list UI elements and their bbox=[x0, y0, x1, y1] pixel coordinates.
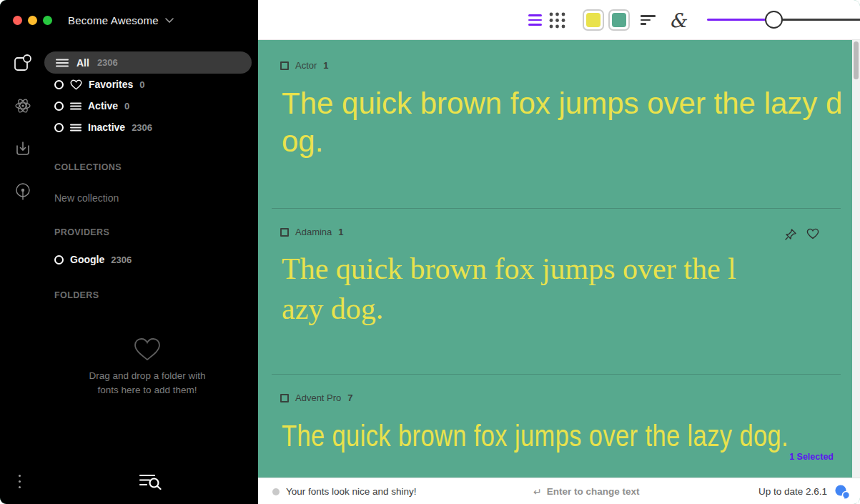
hint-label: Enter to change text bbox=[547, 486, 640, 497]
font-size-slider[interactable] bbox=[707, 19, 860, 21]
font-name[interactable]: Actor bbox=[295, 60, 317, 71]
pin-icon[interactable] bbox=[784, 228, 797, 241]
background-color-swatch[interactable] bbox=[608, 0, 630, 40]
window-controls bbox=[13, 16, 52, 25]
sidebar-item-all[interactable]: All 2306 bbox=[44, 51, 252, 74]
folders-header: FOLDERS bbox=[44, 290, 252, 300]
glyphs-button[interactable]: & bbox=[669, 0, 686, 40]
sidebar-item-count: 2306 bbox=[132, 122, 152, 133]
scrollbar[interactable] bbox=[852, 40, 860, 478]
heart-icon bbox=[133, 336, 162, 362]
heart-icon[interactable] bbox=[806, 228, 819, 239]
grid-icon bbox=[549, 12, 565, 29]
close-window-button[interactable] bbox=[13, 16, 22, 25]
text-color-yellow bbox=[586, 13, 600, 27]
radio-icon[interactable] bbox=[54, 80, 64, 89]
font-preview-adamina[interactable]: The quick brown fox jumps over the l azy… bbox=[282, 249, 736, 329]
status-message: Your fonts look nice and shiny! bbox=[286, 486, 417, 497]
font-preview-actor[interactable]: The quick brown fox jumps over the lazy … bbox=[282, 84, 842, 160]
radio-icon[interactable] bbox=[54, 123, 64, 132]
list-icon bbox=[70, 102, 81, 110]
card-hover-actions bbox=[784, 228, 819, 241]
enter-key-icon: ↵ bbox=[533, 486, 542, 498]
icon-rail bbox=[10, 51, 36, 223]
font-checkbox[interactable] bbox=[280, 228, 289, 237]
sidebar-item-label: Favorites bbox=[89, 79, 133, 90]
providers-header: PROVIDERS bbox=[44, 227, 252, 237]
atom-icon[interactable] bbox=[14, 94, 32, 117]
status-message-group: Your fonts look nice and shiny! bbox=[272, 478, 417, 504]
version-group: Up to date 2.6.1 bbox=[758, 478, 850, 504]
radio-icon[interactable] bbox=[54, 255, 64, 265]
collections-header: COLLECTIONS bbox=[44, 162, 252, 172]
dropzone-text: Drag and drop a folder with fonts here t… bbox=[44, 369, 250, 397]
radio-icon[interactable] bbox=[54, 102, 64, 111]
sidebar-item-count: 0 bbox=[124, 101, 129, 112]
chevron-down-icon bbox=[165, 18, 174, 23]
download-icon[interactable] bbox=[14, 137, 31, 160]
sidebar-item-favorites[interactable]: Favorites 0 bbox=[44, 74, 252, 95]
font-card-header: Advent Pro 7 bbox=[280, 392, 353, 403]
font-card-header: Adamina 1 bbox=[280, 227, 344, 237]
sidebar-item-label: Active bbox=[88, 100, 118, 112]
sidebar-item-active[interactable]: Active 0 bbox=[44, 95, 252, 117]
sidebar-item-label: Inactive bbox=[88, 122, 125, 133]
search-list-icon bbox=[139, 473, 162, 490]
workspace-title-label: Become Awesome bbox=[68, 14, 159, 26]
slider-filled-track bbox=[707, 19, 774, 21]
folder-dropzone[interactable]: Drag and drop a folder with fonts here t… bbox=[44, 336, 250, 397]
slider-track bbox=[774, 19, 860, 21]
sidebar-item-google[interactable]: Google 2306 bbox=[44, 249, 252, 270]
sidebar: Become Awesome bbox=[0, 0, 258, 504]
preview-toolbar: & 42px ↺ bbox=[258, 0, 860, 40]
font-style-count: 1 bbox=[338, 227, 343, 237]
text-align-button[interactable] bbox=[641, 0, 656, 40]
list-icon bbox=[70, 124, 81, 132]
heart-icon bbox=[70, 79, 82, 90]
font-style-count: 1 bbox=[323, 60, 328, 71]
ampersand-icon: & bbox=[669, 9, 686, 31]
sidebar-item-count: 0 bbox=[139, 79, 144, 90]
broadcast-icon[interactable] bbox=[14, 180, 32, 203]
search-fonts-button[interactable] bbox=[139, 473, 162, 490]
sidebar-item-count: 2306 bbox=[111, 255, 132, 265]
status-bar: Your fonts look nice and shiny! ↵ Enter … bbox=[258, 478, 860, 504]
font-preview-advent-pro[interactable]: The quick brown fox jumps over the lazy … bbox=[282, 417, 852, 455]
minimize-window-button[interactable] bbox=[28, 16, 37, 25]
font-card-header: Actor 1 bbox=[280, 60, 329, 71]
card-divider bbox=[272, 208, 841, 209]
font-style-count: 7 bbox=[347, 392, 352, 403]
font-list: Actor 1 The quick brown fox jumps over t… bbox=[258, 40, 852, 478]
list-view-button[interactable] bbox=[528, 0, 542, 40]
new-collection-button[interactable]: New collection bbox=[44, 192, 252, 204]
feedback-chat-icon[interactable] bbox=[834, 485, 850, 499]
sidebar-nav: All 2306 Favorites 0 Active 0 bbox=[44, 51, 252, 300]
slider-handle[interactable] bbox=[765, 11, 783, 29]
card-divider bbox=[272, 374, 841, 375]
update-status: Up to date 2.6.1 bbox=[758, 486, 827, 497]
library-icon[interactable] bbox=[13, 51, 33, 74]
sidebar-item-label: All bbox=[76, 57, 89, 69]
font-checkbox[interactable] bbox=[280, 61, 289, 70]
more-options-button[interactable] bbox=[19, 475, 21, 488]
font-name[interactable]: Adamina bbox=[295, 227, 332, 237]
text-color-swatch[interactable] bbox=[583, 0, 604, 40]
sidebar-item-label: Google bbox=[70, 254, 104, 265]
list-icon bbox=[56, 59, 69, 67]
grid-view-button[interactable] bbox=[549, 0, 565, 40]
font-checkbox[interactable] bbox=[280, 394, 289, 402]
app-window: Become Awesome bbox=[0, 0, 860, 504]
status-dot-icon bbox=[272, 488, 280, 495]
scrollbar-thumb[interactable] bbox=[854, 41, 859, 79]
zoom-window-button[interactable] bbox=[43, 16, 52, 25]
font-name[interactable]: Advent Pro bbox=[295, 392, 341, 403]
sidebar-item-count: 2306 bbox=[97, 57, 118, 68]
change-text-hint[interactable]: ↵ Enter to change text bbox=[533, 478, 640, 504]
selection-count-badge: 1 Selected bbox=[789, 452, 834, 462]
workspace-title[interactable]: Become Awesome bbox=[68, 14, 174, 26]
background-color-green bbox=[612, 13, 626, 27]
sidebar-item-inactive[interactable]: Inactive 2306 bbox=[44, 117, 252, 138]
